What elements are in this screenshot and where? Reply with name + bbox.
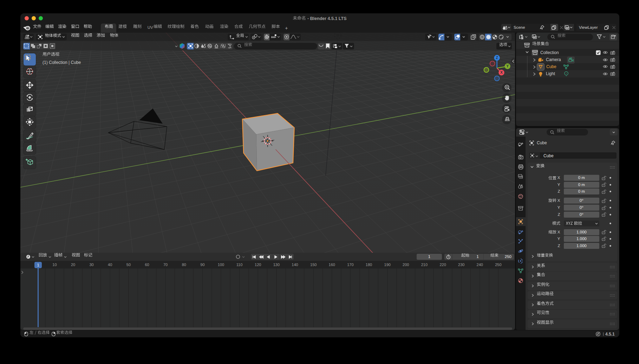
svg-text:Z: Z xyxy=(496,55,498,60)
svg-text:Y: Y xyxy=(506,64,509,68)
svg-text:X: X xyxy=(500,70,503,74)
